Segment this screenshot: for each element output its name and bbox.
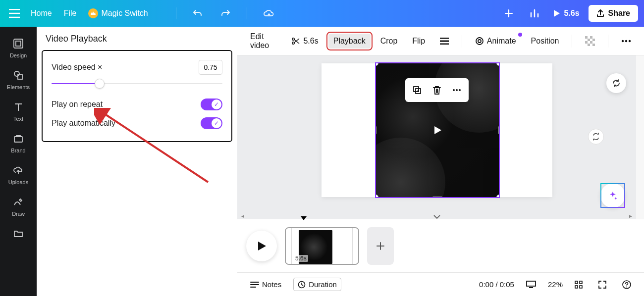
left-rail: Design Elements Text Brand Uploads Draw: [0, 27, 37, 296]
flip-button[interactable]: Flip: [407, 34, 430, 49]
time-display: 0:00 / 0:05: [479, 280, 514, 289]
video-speed-slider[interactable]: [52, 79, 222, 89]
fullscreen-button[interactable]: [594, 279, 610, 291]
svg-rect-15: [590, 41, 592, 44]
analytics-button[interactable]: [526, 5, 543, 22]
magic-switch-button[interactable]: Magic Switch: [88, 8, 148, 18]
more-button[interactable]: [616, 37, 636, 46]
rail-projects[interactable]: [0, 222, 37, 240]
video-speed-input[interactable]: [199, 60, 222, 75]
canvas-area[interactable]: ◄ ►: [237, 55, 636, 219]
trim-button[interactable]: 5.6s: [286, 34, 323, 49]
animate-icon: [475, 37, 484, 46]
help-button[interactable]: [618, 278, 635, 291]
svg-rect-10: [585, 36, 588, 39]
transparency-button[interactable]: [580, 33, 600, 49]
separator: [608, 35, 608, 48]
brand-icon: [12, 133, 24, 145]
svg-rect-31: [575, 286, 578, 288]
slider-thumb[interactable]: [95, 79, 105, 89]
crop-button[interactable]: Crop: [376, 34, 403, 49]
delete-button[interactable]: [428, 81, 446, 99]
check-icon: ✓: [212, 99, 221, 109]
notification-dot: [518, 33, 522, 37]
element-floating-toolbar: [405, 78, 469, 102]
design-icon: [12, 38, 24, 49]
draw-icon: [12, 196, 24, 208]
duration-label: Duration: [309, 280, 337, 289]
undo-button[interactable]: [189, 5, 206, 22]
grid-view-button[interactable]: [571, 279, 587, 291]
duration-button[interactable]: Duration: [293, 278, 341, 291]
view-mode-button[interactable]: [522, 279, 540, 291]
redo-button[interactable]: [217, 5, 234, 22]
add-page-button[interactable]: [367, 227, 394, 265]
collapse-timeline-button[interactable]: [429, 214, 444, 219]
cloud-sync-icon[interactable]: [260, 5, 277, 22]
more-icon: [452, 89, 461, 92]
svg-rect-1: [16, 41, 21, 46]
play-overlay-icon[interactable]: [432, 125, 443, 136]
repeat-label: Play on repeat: [52, 100, 103, 109]
animate-label: Animate: [487, 37, 516, 46]
file-menu[interactable]: File: [64, 9, 77, 18]
clip-body[interactable]: 5.6s: [292, 228, 352, 264]
help-icon: [622, 280, 631, 289]
list-style-button[interactable]: [435, 35, 454, 48]
rail-brand[interactable]: Brand: [0, 127, 37, 158]
resize-handle[interactable]: [496, 195, 499, 197]
home-link[interactable]: Home: [31, 9, 52, 18]
present-button[interactable]: 5.6s: [552, 9, 579, 18]
regenerate-button[interactable]: [606, 73, 626, 93]
resize-handle[interactable]: [376, 126, 376, 135]
element-more-button[interactable]: [448, 81, 466, 99]
notes-icon: [250, 281, 259, 289]
clip-trim-handle-left[interactable]: [286, 228, 292, 264]
separator: [572, 35, 572, 48]
share-button[interactable]: Share: [589, 5, 638, 22]
rail-text[interactable]: Text: [0, 95, 37, 127]
rail-draw[interactable]: Draw: [0, 190, 37, 222]
resize-handle[interactable]: [432, 197, 443, 197]
scroll-left-icon[interactable]: ◄: [240, 213, 245, 219]
clip-trim-handle-right[interactable]: [352, 228, 358, 264]
rail-label: Elements: [7, 84, 30, 90]
playhead-marker[interactable]: [301, 216, 307, 220]
rail-label: Brand: [11, 148, 25, 153]
notes-button[interactable]: Notes: [246, 278, 285, 291]
rail-elements[interactable]: Elements: [0, 63, 37, 95]
duplicate-button[interactable]: [408, 81, 426, 99]
rail-design[interactable]: Design: [0, 32, 37, 63]
transparency-icon: [585, 36, 595, 46]
ai-assistant-button[interactable]: [600, 183, 625, 208]
autoplay-toggle[interactable]: ✓: [201, 117, 222, 129]
menu-button[interactable]: [6, 5, 23, 22]
scroll-right-icon[interactable]: ►: [628, 213, 633, 219]
resize-handle[interactable]: [498, 126, 499, 135]
vertical-scrollbar[interactable]: [636, 55, 644, 219]
chevron-down-icon: [433, 215, 440, 219]
zoom-level[interactable]: 22%: [548, 280, 563, 289]
timeline-clip[interactable]: 5.6s: [285, 227, 359, 265]
status-bar: Notes Duration 0:00 / 0:05 22%: [237, 272, 644, 296]
play-icon: [552, 9, 561, 18]
swap-button[interactable]: [588, 129, 604, 145]
notes-label: Notes: [262, 280, 281, 289]
playback-button[interactable]: Playback: [328, 34, 371, 49]
position-button[interactable]: Position: [526, 34, 564, 49]
rail-uploads[interactable]: Uploads: [0, 158, 37, 190]
add-button[interactable]: [500, 5, 517, 22]
timeline-play-button[interactable]: [246, 231, 277, 261]
edit-video-button[interactable]: Edit video: [245, 29, 281, 53]
animate-button[interactable]: Animate: [470, 34, 521, 49]
repeat-toggle[interactable]: ✓: [201, 99, 222, 110]
magic-switch-label: Magic Switch: [101, 9, 148, 18]
trash-icon: [432, 85, 441, 95]
present-duration-label: 5.6s: [564, 9, 579, 18]
svg-rect-16: [588, 44, 590, 46]
autoplay-label: Play automatically: [52, 119, 115, 128]
svg-rect-14: [585, 41, 588, 44]
svg-rect-32: [580, 286, 582, 288]
svg-rect-11: [590, 36, 592, 39]
svg-rect-30: [580, 281, 582, 284]
